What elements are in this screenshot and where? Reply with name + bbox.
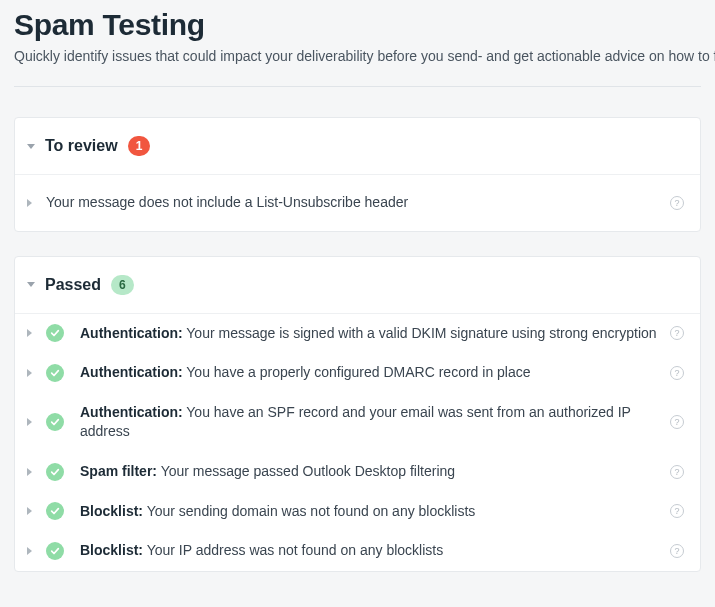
passed-item-body: Your message passed Outlook Desktop filt… xyxy=(161,463,455,479)
passed-item[interactable]: Authentication: You have a properly conf… xyxy=(15,353,700,393)
caret-right-icon xyxy=(27,329,32,337)
review-item[interactable]: Your message does not include a List-Uns… xyxy=(15,175,700,231)
passed-item-body: Your message is signed with a valid DKIM… xyxy=(186,325,656,341)
caret-down-icon xyxy=(27,144,35,149)
review-panel-header[interactable]: To review 1 xyxy=(15,118,700,175)
help-icon[interactable]: ? xyxy=(670,504,684,518)
review-count-badge: 1 xyxy=(128,136,151,156)
help-icon[interactable]: ? xyxy=(670,544,684,558)
passed-item-body: You have a properly configured DMARC rec… xyxy=(186,364,530,380)
passed-item-text: Spam filter: Your message passed Outlook… xyxy=(80,462,662,482)
passed-panel: Passed 6 Authentication: Your message is… xyxy=(14,256,701,572)
help-icon[interactable]: ? xyxy=(670,326,684,340)
passed-panel-header[interactable]: Passed 6 xyxy=(15,257,700,314)
passed-item-label: Authentication: xyxy=(80,325,183,341)
passed-item-label: Blocklist: xyxy=(80,542,143,558)
passed-item-label: Authentication: xyxy=(80,364,183,380)
passed-item-body: Your IP address was not found on any blo… xyxy=(147,542,444,558)
caret-right-icon xyxy=(27,468,32,476)
help-icon[interactable]: ? xyxy=(670,415,684,429)
help-icon[interactable]: ? xyxy=(670,196,684,210)
page-description: Quickly identify issues that could impac… xyxy=(0,48,715,86)
passed-item[interactable]: Authentication: Your message is signed w… xyxy=(15,314,700,354)
check-icon xyxy=(46,502,64,520)
review-panel: To review 1 Your message does not includ… xyxy=(14,117,701,232)
divider xyxy=(14,86,701,87)
passed-item-text: Authentication: You have an SPF record a… xyxy=(80,403,662,442)
caret-right-icon xyxy=(27,547,32,555)
check-icon xyxy=(46,324,64,342)
passed-item[interactable]: Spam filter: Your message passed Outlook… xyxy=(15,452,700,492)
passed-item[interactable]: Blocklist: Your IP address was not found… xyxy=(15,531,700,571)
caret-right-icon xyxy=(27,418,32,426)
caret-down-icon xyxy=(27,282,35,287)
help-icon[interactable]: ? xyxy=(670,366,684,380)
caret-right-icon xyxy=(27,507,32,515)
passed-item-text: Authentication: You have a properly conf… xyxy=(80,363,662,383)
review-list: Your message does not include a List-Uns… xyxy=(15,175,700,231)
review-panel-title: To review xyxy=(45,137,118,155)
passed-item[interactable]: Blocklist: Your sending domain was not f… xyxy=(15,492,700,532)
page-title: Spam Testing xyxy=(0,0,715,48)
check-icon xyxy=(46,413,64,431)
caret-right-icon xyxy=(27,199,32,207)
caret-right-icon xyxy=(27,369,32,377)
passed-item-body: Your sending domain was not found on any… xyxy=(147,503,476,519)
check-icon xyxy=(46,542,64,560)
passed-item-text: Blocklist: Your IP address was not found… xyxy=(80,541,662,561)
check-icon xyxy=(46,364,64,382)
passed-list: Authentication: Your message is signed w… xyxy=(15,314,700,571)
passed-item[interactable]: Authentication: You have an SPF record a… xyxy=(15,393,700,452)
passed-panel-title: Passed xyxy=(45,276,101,294)
passed-item-text: Authentication: Your message is signed w… xyxy=(80,324,662,344)
passed-item-text: Blocklist: Your sending domain was not f… xyxy=(80,502,662,522)
review-item-text: Your message does not include a List-Uns… xyxy=(46,193,662,213)
passed-item-label: Spam filter: xyxy=(80,463,157,479)
help-icon[interactable]: ? xyxy=(670,465,684,479)
passed-count-badge: 6 xyxy=(111,275,134,295)
passed-item-label: Blocklist: xyxy=(80,503,143,519)
passed-item-label: Authentication: xyxy=(80,404,183,420)
check-icon xyxy=(46,463,64,481)
